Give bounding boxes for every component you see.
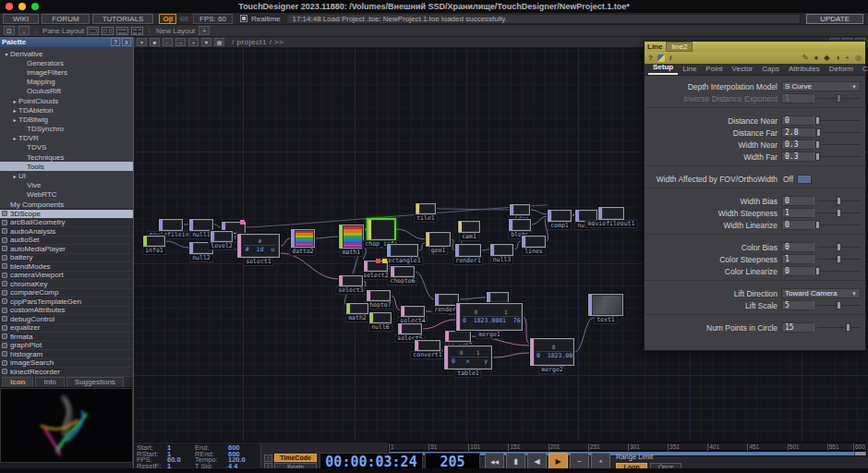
parameter-value-field[interactable]: 2.8 <box>781 127 814 138</box>
node-chopto7[interactable]: chopto7 <box>367 290 391 301</box>
parameter-header[interactable]: Line line2 <box>645 42 865 52</box>
component-item-comparecomp[interactable]: compareComp <box>0 289 133 298</box>
node-table1[interactable]: 0 10 x ytable1 <box>444 346 492 370</box>
node-select5[interactable]: select5 <box>398 323 422 334</box>
parameter-toolbar-icon-2[interactable]: ◆ <box>824 54 829 63</box>
node-moviefilein1[interactable]: moviefilein1 <box>159 219 183 231</box>
parameter-slider[interactable] <box>817 127 861 138</box>
component-item-debugcontrol[interactable]: debugControl <box>0 315 133 324</box>
slider-handle-icon[interactable] <box>837 301 841 309</box>
parameter-value-field[interactable]: 1 <box>781 93 814 103</box>
slider-handle-icon[interactable] <box>815 221 820 229</box>
component-item-imagesearch[interactable]: imageSearch <box>0 359 133 369</box>
slider-handle-icon[interactable] <box>837 243 841 251</box>
node-null1[interactable]: null1 <box>189 219 213 231</box>
parameter-value-field[interactable]: 1 <box>781 208 814 218</box>
slider-handle-icon[interactable] <box>837 255 841 263</box>
parameter-value-field[interactable]: 0 <box>781 196 814 206</box>
component-item-equalizer[interactable]: equalizer <box>0 324 133 334</box>
parameter-menu[interactable]: S Curve▼ <box>781 81 861 91</box>
component-item-battery[interactable]: battery <box>0 254 133 263</box>
node-datto2[interactable]: datto2 <box>291 229 315 248</box>
network-header-button-4[interactable]: + <box>188 38 199 46</box>
network-header-button-3[interactable]: → <box>175 38 186 46</box>
network-header-button-1[interactable]: ■ <box>150 38 160 46</box>
parameter-slider[interactable] <box>817 266 861 276</box>
palette-tree-item-tdbitwig[interactable]: ▸TDBitwig <box>0 115 133 124</box>
palette-tree-item-tdvs[interactable]: TDVS <box>0 143 133 152</box>
node-select2[interactable]: select2 <box>364 261 388 272</box>
node-geo1[interactable]: geo1 <box>426 232 451 247</box>
parameter-slider[interactable] <box>817 300 861 310</box>
palette-help-button[interactable]: ? <box>111 38 120 46</box>
operator-name-field[interactable]: line2 <box>666 42 693 52</box>
menu-link-wiki[interactable]: WIKI <box>3 14 39 24</box>
update-button[interactable]: UPDATE <box>806 14 863 24</box>
slider-handle-icon[interactable] <box>846 323 850 332</box>
parameter-value-field[interactable]: 15 <box>781 322 814 333</box>
network-header-button-0[interactable]: ▾ <box>137 38 147 46</box>
parameter-slider[interactable] <box>817 93 861 103</box>
menu-link-forum[interactable]: FORUM <box>42 14 89 24</box>
fps-field[interactable]: FPS: 60 <box>193 14 233 24</box>
component-item-audioset[interactable]: audioSet <box>0 236 133 246</box>
parameter-slider[interactable] <box>817 220 861 230</box>
node-convert1[interactable]: convert1 <box>415 340 440 351</box>
slider-handle-icon[interactable] <box>815 267 820 275</box>
pane-layout-split-cols[interactable] <box>102 27 114 35</box>
node-math2[interactable]: math2 <box>346 303 368 314</box>
component-item-graphplot[interactable]: graphPlot <box>0 342 133 351</box>
node-text1[interactable]: text1 <box>588 294 623 316</box>
network-header-button-5[interactable]: ★ <box>201 38 211 46</box>
palette-tab-suggestions[interactable]: Suggestions <box>66 377 124 387</box>
palette-tree-item-mapping[interactable]: Mapping <box>0 78 133 87</box>
node-blobs[interactable]: blobs <box>509 219 531 231</box>
slider-handle-icon[interactable] <box>815 152 820 161</box>
node-null9[interactable]: null9 <box>487 292 509 303</box>
parameter-tab-setup[interactable]: Setup <box>648 63 678 75</box>
slider-handle-icon[interactable] <box>816 128 821 137</box>
slider-handle-icon[interactable] <box>837 209 841 217</box>
range-end-handle[interactable] <box>854 452 865 455</box>
palette-tree-item-my-components[interactable]: My Components <box>0 200 133 209</box>
node-lines[interactable]: lines <box>522 236 546 248</box>
parameter-value-field[interactable]: 0 <box>781 220 814 230</box>
save-icon[interactable]: ↓ <box>18 26 30 35</box>
parameter-tab-deform[interactable]: Deform <box>825 65 858 75</box>
node-select1[interactable]: ## id uselect1 <box>237 234 280 258</box>
pane-layout-single[interactable] <box>87 27 99 35</box>
palette-close-button[interactable]: x <box>122 38 131 46</box>
parameter-slider[interactable] <box>817 139 861 150</box>
palette-tree-item-webrtc[interactable]: WebRTC <box>0 190 133 200</box>
node-select3[interactable]: select3 <box>339 275 363 286</box>
parameter-tab-point[interactable]: Point <box>701 65 727 75</box>
pane-layout-grid[interactable] <box>131 27 143 35</box>
info-icon[interactable]: i <box>669 54 671 63</box>
parameter-toolbar-icon-0[interactable]: ✎ <box>802 54 809 63</box>
network-header-button-2[interactable]: ← <box>163 38 173 46</box>
parameter-slider[interactable] <box>817 322 861 333</box>
parameter-value-field[interactable]: 0 <box>781 115 814 126</box>
slider-handle-icon[interactable] <box>815 116 820 125</box>
component-item-3dscope[interactable]: 3DScope <box>0 210 133 219</box>
palette-tab-icon[interactable]: Icon <box>2 377 33 387</box>
palette-tree-item-techniques[interactable]: Techniques <box>0 152 133 162</box>
timeline-field-value[interactable]: 60.0 <box>167 456 195 463</box>
component-item-cppparstemplategen[interactable]: cppParsTemplateGen <box>0 297 133 307</box>
parameter-value-field[interactable]: 0.3 <box>781 139 814 150</box>
parameter-value-field[interactable]: 0.3 <box>781 152 814 162</box>
parameter-tab-line[interactable]: Line <box>678 65 701 75</box>
component-item-blendmodes[interactable]: blendModes <box>0 262 133 272</box>
component-item-kinectrecorder[interactable]: kinectRecorder <box>0 368 133 377</box>
palette-tree-item-tools[interactable]: Tools <box>0 162 133 171</box>
help-icon[interactable]: ? <box>648 54 653 63</box>
perform-mode-toggle[interactable]: O|I <box>159 14 176 24</box>
timeline-field-value[interactable]: 1 <box>167 444 195 451</box>
parameter-slider[interactable] <box>817 242 861 252</box>
slider-handle-icon[interactable] <box>837 197 841 205</box>
node-merge1[interactable]: 0 10 1823.0001 768.4merge1 <box>456 303 523 331</box>
parameter-value-field[interactable]: 1 <box>781 254 814 264</box>
parameter-slider[interactable] <box>817 254 861 264</box>
parameter-toggle[interactable] <box>797 175 812 184</box>
node-merge2[interactable]: 00 1823.00merge2 <box>530 338 574 366</box>
